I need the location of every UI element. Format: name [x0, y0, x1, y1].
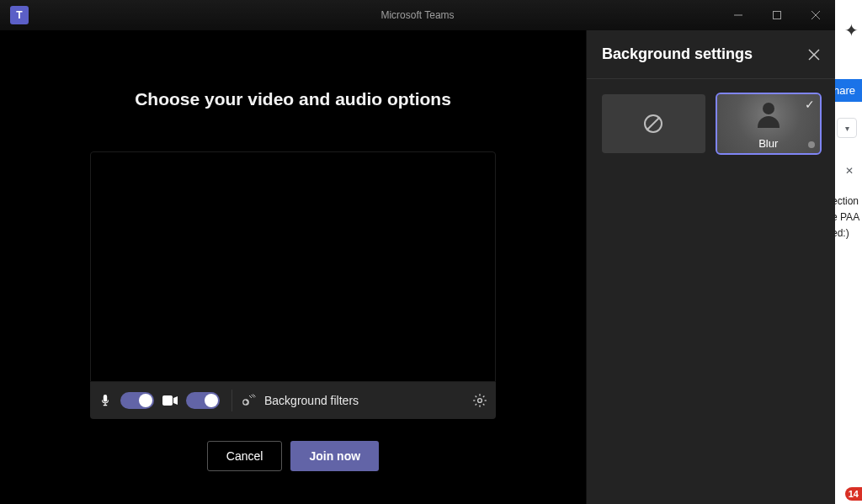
- svg-rect-1: [774, 12, 781, 19]
- action-buttons: Cancel Join now: [207, 441, 379, 471]
- svg-line-15: [483, 404, 485, 406]
- title-bar: Microsoft Teams: [0, 0, 835, 30]
- panel-title: Background settings: [602, 45, 753, 63]
- background-option-none[interactable]: [602, 94, 705, 153]
- minimize-button[interactable]: [719, 0, 758, 30]
- svg-point-9: [478, 399, 482, 403]
- cancel-button[interactable]: Cancel: [207, 441, 283, 471]
- extension-icon[interactable]: ✦: [844, 20, 859, 40]
- svg-line-6: [249, 395, 252, 398]
- background-filters-icon: [241, 394, 256, 407]
- maximize-button[interactable]: [758, 0, 796, 30]
- desktop: ✦ Share ▾ ✕ ection e PAA ed:) 14 Microso…: [0, 0, 862, 504]
- svg-line-16: [483, 396, 485, 398]
- none-icon: [644, 114, 662, 133]
- blur-label: Blur: [758, 137, 778, 150]
- panel-close-button[interactable]: [808, 49, 820, 61]
- join-now-button[interactable]: Join now: [290, 441, 379, 471]
- background-settings-panel: Background settings ✓ Blur: [586, 30, 835, 504]
- svg-line-17: [476, 404, 477, 406]
- close-icon: [808, 49, 820, 61]
- notification-badge[interactable]: 14: [845, 487, 862, 501]
- prejoin-heading: Choose your video and audio options: [135, 89, 451, 109]
- teams-logo-icon: [10, 6, 29, 24]
- background-filters-button[interactable]: Background filters: [264, 394, 359, 407]
- presence-dot: [808, 141, 815, 148]
- camera-icon: [162, 395, 178, 406]
- selected-check-icon: ✓: [805, 98, 815, 111]
- prejoin-pane: Choose your video and audio options: [0, 30, 586, 504]
- camera-toggle[interactable]: [186, 392, 220, 409]
- teams-window: Microsoft Teams Choose your video and au…: [0, 0, 835, 504]
- gear-icon: [472, 393, 487, 408]
- close-button[interactable]: [796, 0, 835, 30]
- maximize-icon: [773, 11, 781, 19]
- avatar-icon: [758, 103, 780, 125]
- divider: [231, 390, 232, 411]
- microphone-icon: [98, 394, 112, 407]
- background-options: ✓ Blur: [587, 79, 835, 168]
- window-title: Microsoft Teams: [380, 9, 454, 21]
- tab-close-icon[interactable]: ✕: [845, 165, 854, 177]
- body-row: Choose your video and audio options: [0, 30, 835, 504]
- window-controls: [719, 0, 835, 30]
- microphone-toggle[interactable]: [120, 392, 154, 409]
- device-settings-button[interactable]: [472, 393, 487, 408]
- media-controls-bar: Background filters: [90, 382, 496, 419]
- minimize-icon: [734, 11, 742, 19]
- close-icon: [811, 11, 820, 19]
- svg-line-14: [476, 396, 477, 398]
- video-preview: [90, 151, 496, 382]
- panel-header: Background settings: [587, 30, 835, 79]
- background-option-blur[interactable]: ✓ Blur: [717, 94, 821, 153]
- svg-rect-4: [162, 395, 173, 406]
- user-dropdown[interactable]: ▾: [837, 118, 857, 138]
